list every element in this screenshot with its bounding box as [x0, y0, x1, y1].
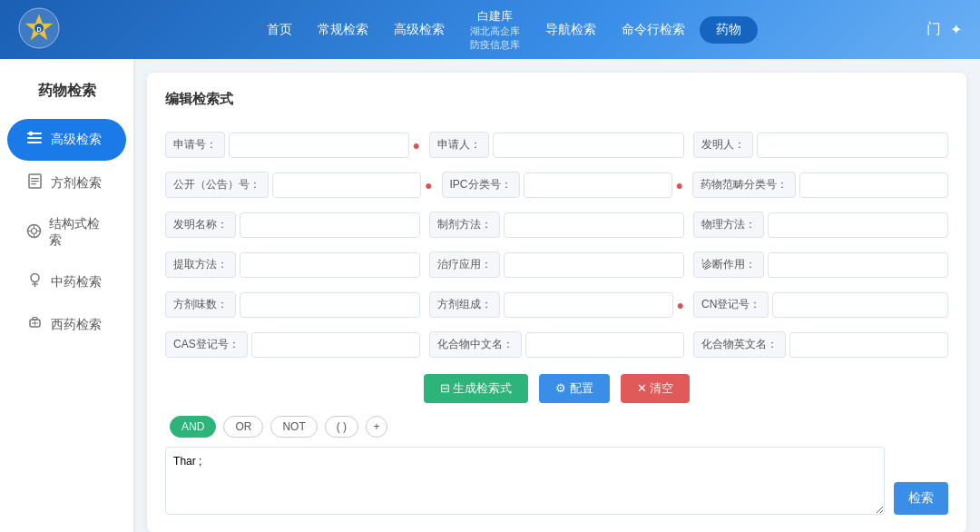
tcm-icon	[25, 272, 44, 291]
main-layout: 药物检索 高级检索 方剂检索	[0, 59, 980, 532]
nav-db[interactable]: 白建库 湖北高企库 防疫信息库	[459, 3, 531, 57]
form-row-5: CAS登记号： 化合物中文名： 化合物英文名：	[165, 331, 948, 358]
logic-plus[interactable]: +	[366, 416, 387, 438]
svg-text:D: D	[36, 26, 41, 33]
header: D 首页 常规检索 高级检索 白建库 湖北高企库 防疫信息库 导航检索 命令行检…	[0, 0, 980, 59]
input-app-no[interactable]	[229, 133, 409, 158]
input-chem-cn[interactable]	[525, 332, 684, 358]
field-cn-reg: CN登记号：	[693, 291, 948, 318]
clear-app-no[interactable]: ●	[413, 138, 420, 153]
generate-button[interactable]: ⊟ 生成检索式	[424, 374, 529, 403]
clear-pub-no[interactable]: ●	[425, 178, 432, 192]
clear-recipe-comp[interactable]: ●	[677, 298, 684, 312]
field-ipc: IPC分类号： ●	[442, 172, 683, 198]
svg-rect-6	[27, 142, 42, 143]
form-row-1: 公开（公告）号： ● IPC分类号： ● 药物范畴分类号：	[165, 172, 948, 198]
field-pub-no: 公开（公告）号： ●	[165, 172, 432, 198]
nav-home[interactable]: 首页	[256, 16, 303, 44]
label-extract: 提取方法：	[165, 251, 236, 278]
nav-regular[interactable]: 常规检索	[307, 16, 379, 44]
nav-db-line2: 湖北高企库	[470, 25, 520, 38]
field-applicant: 申请人：	[429, 132, 684, 158]
nav-navigation[interactable]: 导航检索	[534, 16, 607, 44]
field-drug-class: 药物范畴分类号：	[692, 172, 948, 198]
nav-db-line3: 防疫信息库	[470, 38, 520, 52]
input-drug-class[interactable]	[799, 172, 948, 198]
nav-cmd[interactable]: 命令行检索	[611, 16, 696, 44]
input-recipe-comp[interactable]	[504, 292, 673, 318]
search-form: 申请号： ● 申请人： 发明人： 公开	[165, 132, 948, 358]
sidebar-item-western[interactable]: 西药检索	[7, 304, 126, 345]
sidebar-item-tcm[interactable]: 中药检索	[7, 261, 126, 302]
label-prep-method: 制剂方法：	[429, 212, 500, 238]
field-phys-method: 物理方法：	[693, 212, 948, 238]
logic-or[interactable]: OR	[223, 416, 263, 438]
logic-and[interactable]: AND	[170, 416, 216, 438]
logic-paren[interactable]: ( )	[325, 416, 358, 438]
sidebar-item-recipe-label: 方剂检索	[51, 175, 102, 192]
input-therapy[interactable]	[504, 252, 684, 278]
field-cas-reg: CAS登记号：	[165, 331, 420, 358]
label-app-no: 申请号：	[165, 132, 225, 158]
user-icon[interactable]: 门	[926, 20, 941, 39]
form-row-4: 方剂味数： 方剂组成： ● CN登记号：	[165, 291, 948, 318]
svg-point-7	[29, 132, 33, 135]
field-prep-method: 制剂方法：	[429, 212, 684, 238]
label-inventor: 发明人：	[693, 132, 753, 158]
input-applicant[interactable]	[493, 133, 684, 158]
main-nav: 首页 常规检索 高级检索 白建库 湖北高企库 防疫信息库 导航检索 命令行检索 …	[87, 3, 926, 57]
label-inv-name: 发明名称：	[165, 212, 236, 238]
sidebar-item-structure-label: 结构式检索	[49, 216, 108, 249]
field-chem-cn: 化合物中文名：	[429, 331, 684, 358]
field-diagnosis: 诊断作用：	[693, 251, 948, 278]
logo: D	[18, 7, 60, 52]
advanced-icon	[25, 130, 44, 150]
settings-icon[interactable]: ✦	[950, 21, 962, 38]
search-expression-input[interactable]: Thar ;	[165, 447, 885, 515]
label-recipe-comp: 方剂组成：	[429, 291, 500, 318]
label-phys-method: 物理方法：	[693, 212, 764, 238]
clear-button[interactable]: ✕ 清空	[621, 374, 691, 403]
field-therapy: 治疗应用：	[429, 251, 684, 278]
sidebar-item-advanced[interactable]: 高级检索	[7, 119, 126, 161]
logic-row: AND OR NOT ( ) +	[165, 416, 948, 438]
nav-drug[interactable]: 药物	[700, 16, 758, 44]
configure-button[interactable]: ⚙ 配置	[539, 374, 610, 403]
input-pub-no[interactable]	[272, 172, 421, 198]
input-ipc[interactable]	[524, 172, 672, 198]
sidebar-item-recipe[interactable]: 方剂检索	[7, 163, 126, 203]
svg-rect-9	[31, 178, 39, 179]
sidebar-item-tcm-label: 中药检索	[51, 274, 102, 291]
search-button[interactable]: 检索	[894, 482, 948, 515]
clear-ipc[interactable]: ●	[676, 178, 683, 192]
label-cas-reg: CAS登记号：	[165, 331, 248, 358]
panel-title: 编辑检索式	[165, 91, 948, 115]
structure-icon	[25, 223, 42, 242]
input-cn-reg[interactable]	[772, 292, 948, 318]
svg-rect-10	[31, 181, 39, 182]
label-recipe-count: 方剂味数：	[165, 291, 236, 318]
search-area-row: Thar ; 检索	[165, 447, 948, 515]
label-therapy: 治疗应用：	[429, 251, 500, 278]
input-inv-name[interactable]	[240, 212, 420, 238]
input-diagnosis[interactable]	[768, 252, 948, 278]
label-diagnosis: 诊断作用：	[693, 251, 764, 278]
input-inventor[interactable]	[757, 133, 948, 158]
input-prep-method[interactable]	[504, 212, 684, 238]
logic-not[interactable]: NOT	[270, 416, 317, 438]
nav-advanced[interactable]: 高级检索	[383, 16, 456, 44]
input-cas-reg[interactable]	[251, 332, 420, 358]
sidebar-item-structure[interactable]: 结构式检索	[7, 205, 126, 260]
form-row-0: 申请号： ● 申请人： 发明人：	[165, 132, 948, 158]
input-recipe-count[interactable]	[240, 292, 420, 318]
sidebar-title: 药物检索	[0, 68, 133, 117]
recipe-icon	[25, 173, 44, 192]
label-applicant: 申请人：	[429, 132, 489, 158]
input-phys-method[interactable]	[768, 212, 948, 238]
input-chem-en[interactable]	[789, 332, 948, 358]
field-extract: 提取方法：	[165, 251, 420, 278]
label-chem-en: 化合物英文名：	[693, 331, 786, 358]
input-extract[interactable]	[240, 252, 420, 278]
label-cn-reg: CN登记号：	[693, 291, 769, 318]
main-content: 编辑检索式 申请号： ● 申请人： 发明人：	[133, 59, 980, 532]
